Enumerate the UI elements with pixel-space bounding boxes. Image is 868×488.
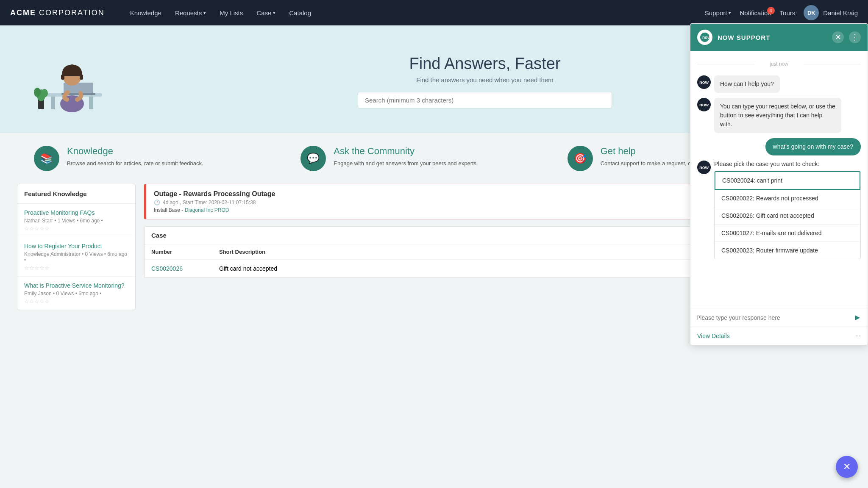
chat-title: NOW SUPPORT	[718, 34, 827, 41]
outage-install-label: Install Base -	[154, 207, 183, 213]
case-label: Case	[151, 232, 167, 239]
feature-community[interactable]: 💬 Ask the Community Engage with and get …	[300, 146, 567, 171]
nav-support[interactable]: Support ▾	[705, 9, 732, 17]
feature-knowledge[interactable]: 📚 Knowledge Browse and search for articl…	[34, 146, 300, 171]
case-item-3[interactable]: CS0001027: E-mails are not delivered	[715, 225, 860, 242]
sidebar-link-2[interactable]: What is Proactive Service Monitoring?	[24, 282, 125, 289]
sidebar: Featured Knowledge Proactive Monitoring …	[17, 184, 136, 310]
knowledge-icon: 📚	[34, 146, 59, 171]
bot-avatar-1: now	[697, 75, 711, 89]
support-caret-icon: ▾	[729, 10, 731, 16]
nav-links: Knowledge Requests My Lists Case Catalog	[130, 9, 705, 17]
pick-label: Please pick the case you want to check:	[714, 161, 861, 167]
svg-point-10	[41, 89, 48, 97]
case-item-0[interactable]: CS0020024: can't print	[715, 171, 860, 190]
knowledge-desc: Browse and search for articles, rate or …	[67, 159, 203, 168]
navbar: ACME CORPORATION Knowledge Requests My L…	[0, 0, 868, 25]
chat-send-btn[interactable]: ►	[853, 313, 862, 319]
bot-bubble-2: You can type your request below, or use …	[714, 98, 841, 133]
nav-case[interactable]: Case	[256, 9, 275, 17]
brand-bold: ACME	[10, 8, 36, 17]
svg-rect-1	[51, 97, 55, 109]
sidebar-item-2: What is Proactive Service Monitoring? Em…	[17, 277, 135, 310]
sidebar-header: Featured Knowledge	[17, 184, 135, 204]
search-input[interactable]	[365, 97, 605, 104]
nav-notification[interactable]: Notification 4	[740, 9, 771, 17]
col-number: Number	[151, 249, 219, 255]
nav-right: Support ▾ Notification 4 Tours DK Daniel…	[705, 5, 858, 20]
chat-timestamp: just now	[697, 61, 861, 67]
community-desc: Engage with and get answers from your pe…	[334, 159, 478, 168]
now-logo: now	[697, 30, 712, 45]
sidebar-link-0[interactable]: Proactive Monitoring FAQs	[24, 209, 95, 216]
nav-knowledge[interactable]: Knowledge	[130, 9, 161, 17]
clock-icon: 🕐	[154, 200, 160, 205]
chat-body: just now now How can I help you? now You…	[690, 51, 868, 308]
chat-input-row: ►	[690, 308, 868, 319]
chat-case-picker: now Please pick the case you want to che…	[697, 161, 861, 259]
chat-user-msg: what's going on with my case?	[697, 138, 861, 155]
sidebar-item-1: How to Register Your Product Knowledge A…	[17, 237, 135, 277]
case-list: CS0020024: can't print CS0020022: Reward…	[714, 171, 861, 259]
nav-requests[interactable]: Requests	[175, 9, 206, 17]
community-title: Ask the Community	[334, 146, 478, 157]
nav-catalog[interactable]: Catalog	[289, 9, 311, 17]
chat-header: now NOW SUPPORT ✕ ⋮	[690, 24, 868, 51]
nav-tours[interactable]: Tours	[780, 9, 796, 17]
sidebar-stars-2: ☆☆☆☆☆	[24, 298, 128, 305]
chat-widget: now NOW SUPPORT ✕ ⋮ just now now How can…	[690, 23, 868, 319]
help-icon: 🎯	[568, 146, 593, 171]
svg-point-9	[34, 88, 41, 97]
chat-input[interactable]	[696, 314, 849, 319]
svg-rect-12	[80, 75, 83, 80]
featured-knowledge-box: Featured Knowledge Proactive Monitoring …	[17, 184, 136, 310]
nav-mylists[interactable]: My Lists	[220, 9, 243, 17]
case-item-2[interactable]: CS0020026: Gift card not accepted	[715, 207, 860, 225]
chat-close-btn[interactable]: ✕	[832, 31, 844, 43]
sidebar-stars-0: ☆☆☆☆☆	[24, 225, 128, 232]
case-item-1[interactable]: CS0020022: Rewards not processed	[715, 190, 860, 207]
chat-more-btn[interactable]: ⋮	[849, 31, 861, 43]
community-icon: 💬	[300, 146, 326, 171]
outage-time: 4d ago , Start Time: 2020-02-11 07:15:38	[163, 200, 256, 205]
user-bubble: what's going on with my case?	[765, 138, 861, 155]
bot-avatar-2: now	[697, 98, 711, 111]
knowledge-title: Knowledge	[67, 146, 203, 157]
bot-bubble-1: How can I help you?	[714, 75, 780, 93]
sidebar-stars-1: ☆☆☆☆☆	[24, 265, 128, 271]
chat-bot-msg-1: now How can I help you?	[697, 75, 861, 93]
sidebar-meta-2: Emily Jason • 0 Views • 6mo ago •	[24, 291, 128, 297]
avatar: DK	[804, 5, 819, 20]
sidebar-item-0: Proactive Monitoring FAQs Nathan Starr •…	[17, 204, 135, 237]
sidebar-link-1[interactable]: How to Register Your Product	[24, 243, 102, 250]
case-number-link[interactable]: CS0020026	[151, 265, 219, 272]
svg-text:now: now	[702, 35, 709, 40]
case-item-4[interactable]: CS0020023: Router firmware update	[715, 242, 860, 259]
chat-bot-msg-2: now You can type your request below, or …	[697, 98, 861, 133]
nav-user[interactable]: DK Daniel Kraig	[804, 5, 858, 20]
chat-header-actions: ✕ ⋮	[832, 31, 861, 43]
search-bar[interactable]	[358, 92, 612, 108]
hero-illustration	[34, 42, 119, 120]
sidebar-meta-0: Nathan Starr • 1 Views • 6mo ago •	[24, 218, 128, 224]
sidebar-meta-1: Knowledge Administrator • 0 Views • 6mo …	[24, 251, 128, 263]
svg-rect-11	[61, 75, 64, 80]
svg-rect-2	[89, 97, 93, 109]
brand: ACME CORPORATION	[10, 8, 105, 17]
outage-install-link[interactable]: Diagonal Inc PROD	[185, 207, 229, 213]
notification-badge: 4	[767, 7, 775, 14]
bot-avatar-3: now	[697, 161, 711, 174]
brand-rest: CORPORATION	[36, 8, 105, 17]
